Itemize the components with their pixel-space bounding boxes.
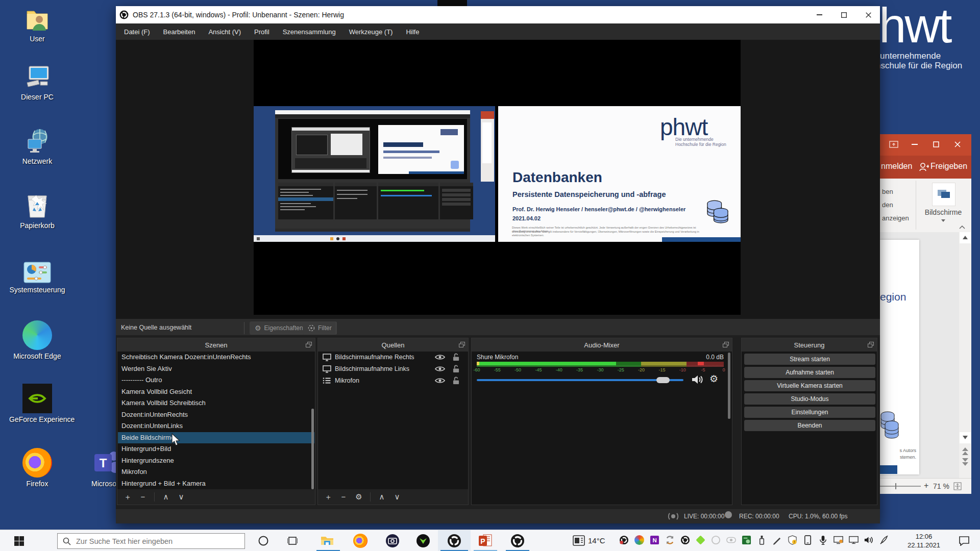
obs-maximize-button[interactable] <box>832 6 855 23</box>
ppt-signin-button[interactable]: nmelden <box>881 162 912 171</box>
obs-preview-area[interactable]: phwt Die unternehmende Hochschule für di… <box>116 40 880 319</box>
volume-slider[interactable] <box>477 376 683 384</box>
add-scene-button[interactable]: ＋ <box>124 493 132 501</box>
zoom-slider[interactable] <box>880 486 921 487</box>
ppt-minimize-icon[interactable] <box>912 144 918 145</box>
tray-phone-link-icon[interactable] <box>803 535 813 545</box>
scene-item[interactable]: Mikrofon <box>118 466 314 478</box>
desktop-icon-firefox[interactable]: Firefox <box>9 448 65 488</box>
source-properties-gear-icon[interactable]: ⚙ <box>355 493 363 501</box>
taskbar-firefox[interactable] <box>353 534 368 548</box>
ppt-ribbon-checkbox-frag-2[interactable]: den <box>882 201 893 209</box>
popout-icon[interactable] <box>723 342 729 347</box>
zoom-in-icon[interactable]: + <box>924 481 928 490</box>
mixer-panel-header[interactable]: Audio-Mixer <box>472 338 732 352</box>
menu-ansicht[interactable]: Ansicht (V) <box>208 28 241 36</box>
remove-scene-button[interactable]: − <box>139 493 147 501</box>
visibility-eye-icon[interactable] <box>435 365 445 372</box>
ppt-pin-icon[interactable] <box>889 141 898 148</box>
ppt-scrollbar[interactable] <box>959 232 971 478</box>
scene-down-button[interactable]: ∨ <box>177 493 185 501</box>
scroll-down-button[interactable] <box>960 432 971 443</box>
start-virtual-camera-button[interactable]: Virtuelle Kamera starten <box>744 380 875 391</box>
lock-icon[interactable] <box>453 365 459 373</box>
taskbar-file-explorer[interactable] <box>320 534 334 548</box>
filter-button[interactable]: Filter <box>303 321 337 335</box>
obs-minimize-button[interactable] <box>807 6 831 23</box>
desktop-icon-systemsteuerung[interactable]: Systemsteuerung <box>9 261 65 294</box>
tray-microphone-icon[interactable] <box>818 535 828 545</box>
tray-camera-pill-icon[interactable] <box>726 535 736 545</box>
ppt-ribbon-checkbox-frag-1[interactable]: ben <box>882 188 893 195</box>
tray-volume-icon[interactable] <box>864 535 874 545</box>
source-item[interactable]: Bildschirmaufnahme Links <box>318 363 468 375</box>
start-button[interactable] <box>14 536 24 546</box>
source-down-button[interactable]: ∨ <box>393 493 401 501</box>
ppt-slide-canvas[interactable]: egion s Autors stemen. <box>880 240 919 474</box>
taskbar-camera-app[interactable] <box>385 534 400 548</box>
volume-slider-handle[interactable] <box>656 377 670 383</box>
popout-icon[interactable] <box>306 342 312 347</box>
scene-item[interactable]: ---------- Outro <box>118 374 314 386</box>
tray-pen-settings-icon[interactable] <box>772 535 782 545</box>
tray-pen-icon[interactable] <box>879 535 889 545</box>
search-input[interactable] <box>75 537 230 546</box>
fit-slide-icon[interactable] <box>953 482 962 490</box>
previous-slide-button[interactable] <box>962 447 968 456</box>
scene-up-button[interactable]: ∧ <box>162 493 170 501</box>
obs-titlebar[interactable]: OBS 27.1.3 (64-bit, windows) - Profil: U… <box>116 6 880 23</box>
taskbar-green-app[interactable] <box>416 534 430 548</box>
zoom-slider-handle[interactable] <box>895 483 896 489</box>
scene-item[interactable]: Kamera Vollbild Schreibtisch <box>118 397 314 409</box>
tray-obs-icon[interactable] <box>619 535 629 545</box>
desktop-icon-user[interactable]: User <box>9 6 65 43</box>
mixer-gear-icon[interactable]: ⚙ <box>709 373 718 385</box>
desktop-icon-edge[interactable]: Microsoft Edge <box>9 320 65 360</box>
scene-item[interactable]: Schreibtisch Kamera Dozent:inUntenRechts <box>118 352 314 363</box>
tray-obs-icon-2[interactable] <box>680 535 690 545</box>
ppt-maximize-icon[interactable] <box>933 141 939 147</box>
properties-button[interactable]: ⚙ Eigenschaften <box>250 321 308 335</box>
start-recording-button[interactable]: Aufnahme starten <box>744 367 875 378</box>
tray-monitor-icon[interactable] <box>849 535 859 545</box>
studio-mode-button[interactable]: Studio-Modus <box>744 393 875 405</box>
controls-panel-header[interactable]: Steuerung <box>742 338 877 352</box>
tray-display-capture-icon[interactable] <box>834 535 843 545</box>
scenes-panel-header[interactable]: Szenen <box>117 338 315 352</box>
notification-center-icon[interactable] <box>959 536 970 546</box>
tray-sync-icon[interactable] <box>665 535 675 545</box>
task-view-icon[interactable] <box>287 536 298 546</box>
scenes-scrollbar[interactable] <box>311 409 314 489</box>
desktop-icon-netzwerk[interactable]: Netzwerk <box>9 127 65 165</box>
tray-chrome-icon[interactable] <box>634 535 644 545</box>
source-item[interactable]: Mikrofon <box>318 375 468 387</box>
ppt-ribbon-checkbox-frag-3[interactable]: anzeigen <box>882 214 909 222</box>
scene-item[interactable]: Dozent:inUntenRechts <box>118 409 314 421</box>
taskbar-clock[interactable]: 12:06 22.11.2021 <box>899 532 948 549</box>
scene-item[interactable]: Hintergrund + Bild + Kamera <box>118 478 314 490</box>
scene-item[interactable]: Hintergrund+Bild <box>118 443 314 455</box>
tray-defender-shield-icon[interactable]: ! <box>788 535 797 545</box>
settings-button[interactable]: Einstellungen <box>744 407 875 418</box>
ppt-screens-button[interactable]: Bildschirme <box>920 181 967 230</box>
scene-item[interactable]: Dozent:inUntenLinks <box>118 420 314 432</box>
desktop-icon-papierkorb[interactable]: Papierkorb <box>9 191 65 230</box>
weather-temperature[interactable]: 14°C <box>588 536 605 545</box>
mixer-scrollbar[interactable] <box>728 353 730 419</box>
menu-profil[interactable]: Profil <box>254 28 270 36</box>
source-item[interactable]: Bildschirmaufnahme Rechts <box>318 352 468 363</box>
zoom-level[interactable]: 71 % <box>933 482 949 490</box>
tray-remote-access-icon[interactable] <box>742 535 751 545</box>
tray-usb-icon[interactable] <box>757 535 767 545</box>
taskbar-obs-second[interactable] <box>510 534 525 548</box>
exit-button[interactable]: Beenden <box>744 420 875 431</box>
taskbar-obs-active[interactable] <box>447 534 461 548</box>
ribbon-collapse-icon[interactable] <box>959 226 965 229</box>
cortana-icon[interactable] <box>258 535 269 546</box>
menu-hilfe[interactable]: Hilfe <box>406 28 419 36</box>
lock-icon[interactable] <box>453 353 459 361</box>
scene-item[interactable]: Kamera Vollbild Gesicht <box>118 386 314 398</box>
menu-szenensammlung[interactable]: Szenensammlung <box>283 28 336 36</box>
speaker-icon[interactable] <box>691 374 703 385</box>
news-widget-icon[interactable] <box>573 535 585 546</box>
